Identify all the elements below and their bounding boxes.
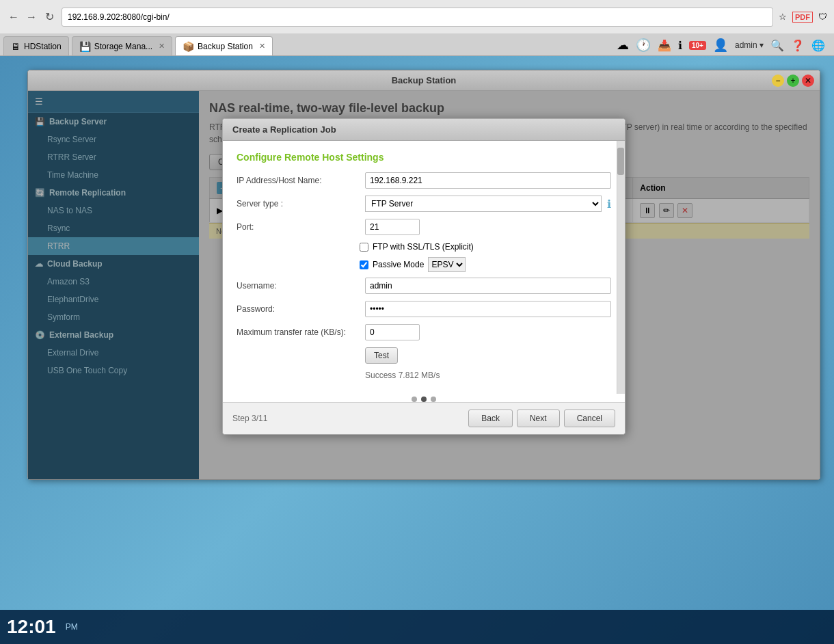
pdf-icon[interactable]: PDF (792, 12, 813, 23)
port-row: Port: (237, 219, 611, 235)
ip-address-input[interactable] (365, 172, 611, 189)
server-type-select[interactable]: FTP Server RTRR Server (365, 196, 602, 212)
scroll-thumb (617, 148, 624, 175)
help-icon[interactable]: ❓ (791, 39, 805, 52)
password-label: Password: (237, 304, 360, 314)
address-bar[interactable] (62, 8, 773, 27)
max-transfer-input[interactable] (365, 324, 420, 340)
taskbar: 12:01 PM (0, 610, 834, 644)
hdstation-icon: 🖥 (11, 41, 21, 52)
max-transfer-label: Maximum transfer rate (KB/s): (237, 327, 360, 337)
ip-address-label: IP Address/Host Name: (237, 176, 360, 185)
test-button[interactable]: Test (365, 347, 398, 364)
cloud-icon[interactable]: ☁ (617, 38, 629, 53)
notification-badge: 10+ (689, 41, 706, 50)
storage-icon: 💾 (79, 41, 91, 52)
port-label: Port: (237, 222, 360, 232)
test-result-row: Success 7.812 MB/s (237, 371, 611, 380)
search-icon[interactable]: 🔍 (770, 39, 784, 52)
back-button[interactable]: Back (468, 410, 513, 427)
tab-backup[interactable]: 📦 Backup Station ✕ (175, 36, 273, 55)
server-type-label: Server type : (237, 199, 360, 209)
window-title: Backup Station (392, 75, 457, 85)
globe-icon[interactable]: 🌐 (811, 39, 825, 52)
reload-btn[interactable]: ↻ (42, 10, 56, 24)
window-minimize[interactable]: − (772, 75, 784, 87)
passive-mode-row: Passive Mode EPSV PASV (360, 257, 611, 272)
forward-btn[interactable]: → (25, 10, 38, 24)
dialog-section-title: Configure Remote Host Settings (237, 152, 611, 163)
username-input[interactable] (365, 278, 611, 294)
help-info-icon[interactable]: ℹ (607, 198, 611, 211)
browser-toolbar-right: ☆ PDF 🛡 (779, 12, 827, 23)
window-maximize[interactable]: + (787, 75, 799, 87)
passive-mode-select[interactable]: EPSV PASV (428, 257, 466, 272)
download-icon[interactable]: 📥 (658, 39, 671, 52)
window-controls: − + ✕ (772, 75, 814, 87)
port-input[interactable] (365, 219, 420, 235)
tab-bar: 🖥 HDStation 💾 Storage Mana... ✕ 📦 Backup… (0, 34, 834, 56)
max-transfer-row: Maximum transfer rate (KB/s): (237, 324, 611, 340)
dialog-overlay: Create a Replication Job Configure Remot… (28, 91, 820, 479)
tab-storage-label: Storage Mana... (94, 42, 152, 51)
taskbar-ampm: PM (66, 622, 78, 632)
star-icon[interactable]: ☆ (779, 12, 787, 22)
dialog-title: Create a Replication Job (232, 124, 336, 135)
dialog-step: Step 3/11 (232, 414, 267, 423)
tab-storage-close[interactable]: ✕ (159, 42, 165, 51)
backup-icon: 📦 (183, 41, 194, 52)
ftp-ssl-row: FTP with SSL/TLS (Explicit) (360, 242, 611, 252)
tab-backup-label: Backup Station (198, 42, 253, 51)
dot-1 (412, 397, 417, 402)
username-label: Username: (237, 281, 360, 291)
admin-label[interactable]: admin ▾ (735, 40, 764, 50)
password-input[interactable] (365, 301, 611, 317)
username-row: Username: (237, 278, 611, 294)
dialog-footer: Step 3/11 Back Next Cancel (223, 402, 625, 434)
ftp-ssl-label: FTP with SSL/TLS (Explicit) (373, 242, 474, 252)
taskbar-clock: 12:01 (7, 616, 56, 638)
test-row: Test (237, 347, 611, 364)
tab-hdstation-label: HDStation (24, 42, 62, 51)
dialog-scrollbar[interactable] (617, 141, 625, 394)
passive-mode-checkbox[interactable] (360, 260, 368, 269)
info-icon[interactable]: ℹ (678, 39, 682, 52)
tab-backup-close[interactable]: ✕ (259, 42, 265, 51)
browser-bar: ← → ↻ ☆ PDF 🛡 (0, 0, 834, 34)
create-replication-dialog: Create a Replication Job Configure Remot… (222, 118, 626, 435)
app-window: Backup Station − + ✕ ☰ 💾 Backup Server (27, 70, 820, 480)
ftp-ssl-checkbox[interactable] (360, 243, 368, 252)
dialog-buttons: Back Next Cancel (468, 410, 615, 427)
dialog-body: Configure Remote Host Settings IP Addres… (223, 141, 625, 394)
cancel-button[interactable]: Cancel (564, 410, 615, 427)
user-icon[interactable]: 👤 (713, 38, 728, 53)
ip-address-row: IP Address/Host Name: (237, 172, 611, 189)
dot-2 (421, 397, 427, 402)
server-type-row: Server type : FTP Server RTRR Server ℹ (237, 196, 611, 212)
tab-storage[interactable]: 💾 Storage Mana... ✕ (72, 36, 172, 55)
back-btn[interactable]: ← (7, 10, 21, 24)
password-row: Password: (237, 301, 611, 317)
next-button[interactable]: Next (517, 410, 560, 427)
status-dots (223, 397, 625, 402)
tab-hdstation[interactable]: 🖥 HDStation (3, 36, 69, 55)
history-icon[interactable]: 🕐 (636, 38, 651, 53)
shield-icon[interactable]: 🛡 (818, 12, 827, 22)
desktop: Backup Station − + ✕ ☰ 💾 Backup Server (0, 56, 834, 644)
passive-mode-label: Passive Mode (373, 260, 424, 269)
test-result-text: Success 7.812 MB/s (365, 371, 440, 380)
dot-3 (431, 397, 436, 402)
window-close[interactable]: ✕ (802, 75, 814, 87)
window-titlebar: Backup Station − + ✕ (28, 70, 820, 91)
browser-controls: ← → ↻ (7, 10, 56, 24)
dialog-titlebar: Create a Replication Job (223, 119, 625, 141)
